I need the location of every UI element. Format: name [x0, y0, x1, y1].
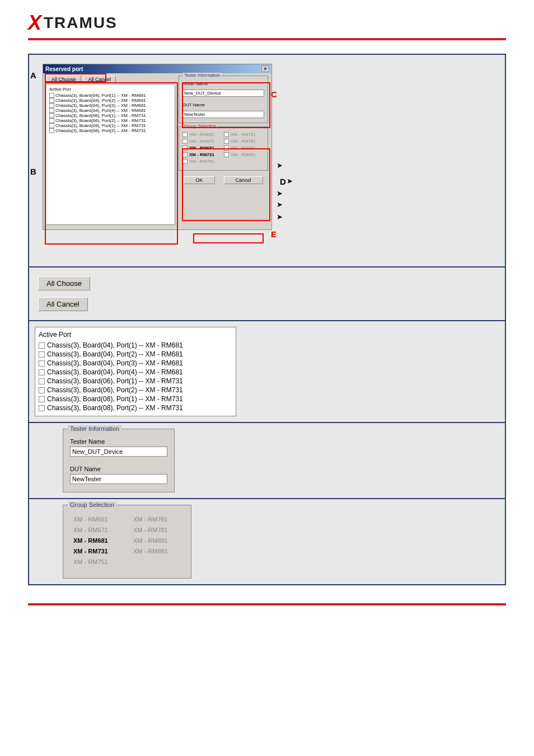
checkbox-icon[interactable] [182, 139, 188, 144]
checkbox-icon[interactable] [39, 369, 45, 375]
layout-table: A B Reserved port × All Choose All Cance… [28, 54, 506, 585]
dialog-titlebar: Reserved port × [43, 64, 271, 73]
gs-item: XM - RM881 [131, 548, 183, 555]
checkbox-icon[interactable] [224, 139, 229, 144]
logo: XTRAMUS [28, 11, 506, 35]
arrow-icon: ➤ [277, 189, 283, 198]
all-choose-button[interactable]: All Choose [38, 276, 90, 290]
tester-info-legend-sm: Tester Information [182, 73, 222, 78]
logo-text: TRAMUS [44, 14, 118, 32]
callout-d: D [280, 177, 286, 186]
logo-x: X [28, 11, 43, 35]
port-row: Chassis(3), Board(08), Port(2) -- XM - R… [39, 403, 232, 412]
callout-b: B [30, 167, 36, 176]
arrow-icon: ➤ [277, 200, 283, 209]
checkbox-icon[interactable] [39, 405, 45, 411]
highlight-d [182, 148, 270, 221]
tester-name-input[interactable] [70, 447, 167, 457]
checkbox-icon[interactable] [39, 378, 45, 384]
port-row: Chassis(3), Board(04), Port(4) -- XM - R… [39, 368, 232, 377]
dut-name-label: DUT Name [70, 466, 167, 472]
checkbox-icon[interactable] [39, 396, 45, 402]
tester-info-legend: Tester Information [68, 425, 121, 432]
gs-item: XM - RM781 [131, 527, 183, 533]
checkbox-icon[interactable] [182, 132, 188, 137]
checkbox-icon[interactable] [39, 360, 45, 367]
header-rule [28, 38, 506, 40]
tester-name-label: Tester Name [70, 438, 167, 445]
port-row: Chassis(3), Board(06), Port(2) -- XM - R… [39, 386, 232, 395]
gs-item: XM - RM661 [182, 132, 219, 137]
arrow-icon: ➤ [277, 213, 283, 221]
port-row: Chassis(3), Board(04), Port(2) -- XM - R… [39, 350, 232, 359]
gs-item: XM - RM731 [71, 548, 123, 555]
tester-info-group: Tester Information Tester Name DUT Name [63, 429, 175, 492]
checkbox-icon[interactable] [224, 132, 229, 137]
checkbox-icon[interactable] [39, 387, 45, 393]
group-selection-legend: Group Selection [68, 501, 116, 508]
active-port-box: Active Port Chassis(3), Board(04), Port(… [35, 327, 236, 416]
port-row: Chassis(3), Board(04), Port(3) -- XM - R… [39, 359, 232, 368]
gs-item: XM - RM781 [224, 139, 261, 144]
port-row: Chassis(3), Board(08), Port(1) -- XM - R… [39, 395, 232, 403]
callout-e: E [271, 229, 277, 239]
arrow-icon: ➤ [287, 177, 293, 185]
gs-item: XM - RM761 [131, 516, 183, 523]
group-selection-group: Group Selection XM - RM661XM - RM761 XM … [63, 505, 191, 579]
checkbox-icon[interactable] [39, 351, 45, 358]
gs-item: XM - RM661 [71, 516, 123, 523]
gs-item: XM - RM761 [224, 132, 261, 137]
gs-item: XM - RM681 [71, 537, 123, 544]
close-icon[interactable]: × [261, 65, 269, 72]
reserved-port-dialog: Reserved port × All Choose All Cancel Ac… [43, 64, 272, 230]
callout-a: A [30, 71, 36, 80]
port-row: Chassis(3), Board(06), Port(1) -- XM - R… [39, 377, 232, 386]
gs-item: XM - RM671 [71, 527, 123, 533]
footer-rule [28, 603, 506, 605]
highlight-a [45, 73, 106, 82]
callout-c: C [271, 90, 277, 99]
arrow-icon: ➤ [277, 161, 283, 170]
active-port-label: Active Port [39, 331, 232, 339]
checkbox-icon[interactable] [39, 342, 45, 349]
highlight-b [45, 82, 178, 245]
highlight-c [182, 82, 270, 128]
all-cancel-button[interactable]: All Cancel [38, 297, 88, 311]
highlight-e [193, 233, 264, 243]
gs-item: XM - RM891 [131, 537, 183, 544]
gs-item: XM - RM751 [71, 558, 125, 565]
gs-item: XM - RM671 [182, 139, 219, 144]
dialog-title: Reserved port [45, 66, 83, 72]
port-row: Chassis(3), Board(04), Port(1) -- XM - R… [39, 341, 232, 350]
dut-name-input[interactable] [70, 474, 167, 484]
